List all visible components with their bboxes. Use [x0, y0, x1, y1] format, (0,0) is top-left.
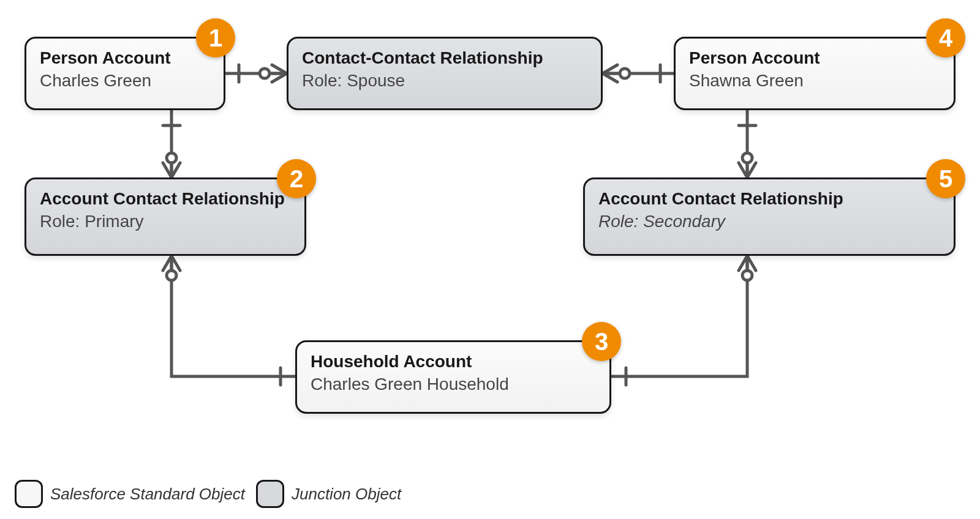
legend-item-junction: Junction Object	[256, 480, 401, 508]
legend-swatch-junction	[256, 480, 284, 508]
node-title: Person Account	[689, 47, 940, 69]
node-title: Account Contact Relationship	[40, 188, 291, 209]
legend-swatch-standard	[15, 480, 43, 508]
node-acr-secondary: Account Contact Relationship Role: Secon…	[583, 177, 956, 256]
node-subtitle: Charles Green	[40, 70, 210, 91]
node-person-account-shawna: Person Account Shawna Green	[674, 37, 956, 110]
node-household-account: Household Account Charles Green Househol…	[295, 340, 611, 414]
node-contact-contact-relationship: Contact-Contact Relationship Role: Spous…	[287, 37, 603, 110]
legend-label: Salesforce Standard Object	[50, 485, 245, 504]
node-person-account-charles: Person Account Charles Green	[24, 37, 225, 110]
node-subtitle: Shawna Green	[689, 70, 940, 91]
node-subtitle: Role: Primary	[40, 211, 291, 232]
diagram-canvas: Person Account Charles Green 1 Contact-C…	[0, 0, 980, 519]
node-acr-primary: Account Contact Relationship Role: Prima…	[24, 177, 306, 256]
node-title: Account Contact Relationship	[598, 188, 940, 209]
legend-item-standard: Salesforce Standard Object	[15, 480, 245, 508]
node-subtitle: Charles Green Household	[311, 373, 596, 395]
node-subtitle: Role: Secondary	[598, 211, 940, 232]
node-title: Person Account	[40, 47, 210, 69]
node-subtitle: Role: Spouse	[302, 70, 587, 91]
badge-2: 2	[277, 159, 316, 198]
badge-5: 5	[926, 159, 965, 198]
badge-3: 3	[582, 322, 621, 361]
badge-1: 1	[196, 18, 235, 58]
legend: Salesforce Standard Object Junction Obje…	[15, 480, 401, 508]
node-title: Household Account	[311, 351, 596, 372]
badge-4: 4	[926, 18, 965, 58]
legend-label: Junction Object	[292, 485, 401, 504]
node-title: Contact-Contact Relationship	[302, 47, 587, 69]
